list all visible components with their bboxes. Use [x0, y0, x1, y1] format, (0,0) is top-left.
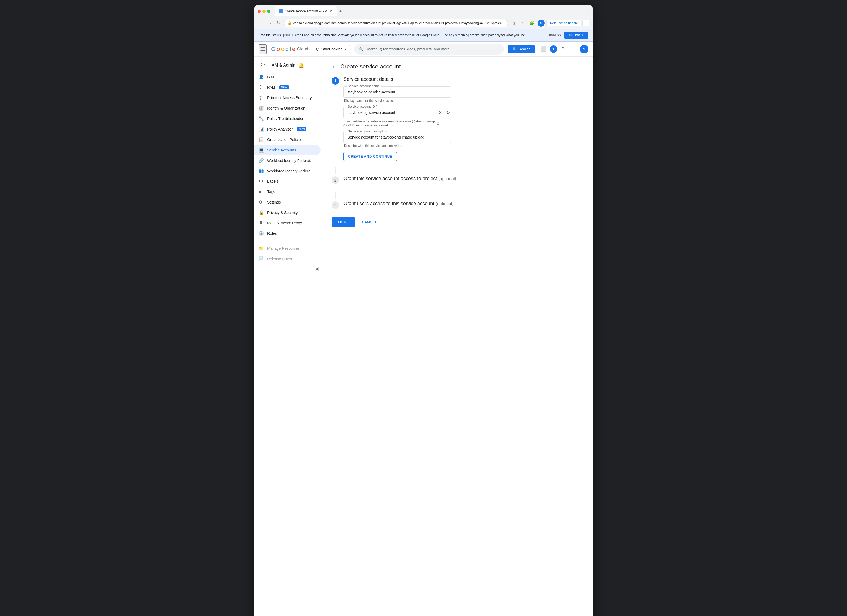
relaunch-more-button[interactable]: ⋮ [583, 20, 589, 26]
step-2-section: 2 Grant this service account access to p… [332, 176, 525, 186]
form-card: 1 Service account details Service accoun… [332, 77, 525, 227]
banner-text: Free trial status: $300.00 credit and 78… [258, 33, 544, 37]
profile-icon[interactable]: S [537, 19, 545, 27]
sidebar-item-tags[interactable]: ▶ Tags [254, 186, 321, 197]
labels-icon: 🏷 [258, 179, 264, 184]
sidebar-item-label: IAM [267, 75, 274, 79]
sidebar-item-settings[interactable]: ⚙ Settings [254, 197, 321, 207]
nav-actions: ⎘ ☆ 🧩 S Relaunch to update ⋮ [510, 19, 589, 27]
sidebar-item-principal-access-boundary[interactable]: ◎ Principal Access Boundary [254, 92, 321, 103]
sidebar-item-workforce-identity[interactable]: 👥 Workforce Identity Federa... [254, 166, 321, 176]
step-2-indicator: 2 [332, 177, 339, 184]
tab-close-button[interactable]: ✕ [329, 9, 332, 13]
security-lock-icon: 🔒 [288, 21, 292, 25]
top-nav-icons: ⬜ 1 ? ⋮ S [539, 44, 589, 54]
minimize-window-button[interactable] [263, 10, 266, 13]
user-avatar[interactable]: S [580, 45, 589, 53]
step-2-content: Grant this service account access to pro… [344, 176, 525, 186]
sidebar-item-policy-analyzer[interactable]: 📊 Policy Analyzer NEW [254, 124, 321, 134]
sidebar-item-label: Manage Resources [267, 246, 300, 251]
search-button[interactable]: 🔍 Search [508, 45, 535, 53]
sidebar-item-identity-aware-proxy[interactable]: 🖥 Identity-Aware Proxy [254, 218, 321, 228]
sidebar-item-release-notes[interactable]: 📄 Release Notes [254, 253, 321, 264]
cast-icon[interactable]: ⎘ [510, 19, 518, 27]
desc-hint: Describe what this service account will … [344, 144, 525, 148]
search-btn-label: Search [519, 47, 530, 51]
menu-button[interactable]: ☰ [258, 44, 267, 54]
help-icon[interactable]: ? [558, 44, 568, 54]
divider-line-2 [335, 192, 336, 199]
step-3-title: Grant users access to this service accou… [344, 201, 525, 206]
reload-button[interactable]: ↻ [275, 19, 282, 27]
step-2-title: Grant this service account access to pro… [344, 176, 525, 181]
refresh-id-button[interactable]: ↻ [445, 109, 451, 116]
service-account-description-input[interactable] [344, 131, 451, 143]
id-field-with-actions: ✕ ↻ [344, 107, 451, 118]
sidebar-item-roles[interactable]: 👔 Roles [254, 228, 321, 239]
sidebar-item-label: Labels [267, 179, 278, 183]
project-icon: ⬡ [316, 47, 319, 51]
forward-button[interactable]: → [266, 19, 273, 27]
step-3-content: Grant users access to this service accou… [344, 201, 525, 211]
nav-bar: ← → ↻ 🔒 console.cloud.google.com/iam-adm… [254, 17, 593, 29]
back-navigation-button[interactable]: ← [332, 63, 337, 70]
search-bar[interactable]: 🔍 Search (/) for resources, docs, produc… [354, 44, 503, 55]
sidebar-item-label: Identity & Organization [267, 106, 305, 111]
sidebar-item-identity-organization[interactable]: 🏢 Identity & Organization [254, 103, 321, 113]
dismiss-button[interactable]: DISMISS [544, 32, 564, 39]
sidebar-item-manage-resources[interactable]: 📁 Manage Resources [254, 243, 321, 253]
step-2-optional: (optional) [438, 177, 456, 181]
sidebar-divider [258, 240, 319, 241]
cancel-button[interactable]: CANCEL [360, 217, 379, 227]
content-area: ← Create service account 1 Service accou… [323, 57, 593, 616]
sidebar-item-service-accounts[interactable]: 💻 Service Accounts [254, 145, 321, 155]
iam-icon: 👤 [258, 74, 264, 80]
sidebar-bell-icon[interactable]: 🔔 [298, 62, 304, 68]
address-bar[interactable]: 🔒 console.cloud.google.com/iam-admin/ser… [284, 19, 508, 27]
identity-org-icon: 🏢 [258, 106, 264, 111]
step-1-content: Service account details Service account … [344, 77, 525, 161]
app-container: Free trial status: $300.00 credit and 78… [254, 29, 593, 616]
close-window-button[interactable] [258, 10, 261, 13]
project-selector[interactable]: ⬡ StayBooking ▾ [313, 45, 350, 53]
sidebar-item-organization-policies[interactable]: 📋 Organization Policies [254, 134, 321, 145]
step-3-section: 3 Grant users access to this service acc… [332, 201, 525, 211]
sidebar-item-label: Policy Troubleshooter [267, 116, 304, 121]
active-tab[interactable]: I Create service account – IAM ✕ [275, 6, 337, 16]
back-button[interactable]: ← [258, 19, 264, 27]
iam-admin-icon: 🛡 [258, 61, 267, 69]
sidebar-item-policy-troubleshooter[interactable]: 🔧 Policy Troubleshooter [254, 113, 321, 124]
service-account-name-input[interactable] [344, 87, 451, 98]
sidebar-item-privacy-security[interactable]: 🔒 Privacy & Security [254, 207, 321, 218]
new-badge: NEW [279, 85, 289, 90]
sidebar-item-pam[interactable]: 🛡 PAM NEW [254, 82, 321, 92]
collapse-sidebar-button[interactable]: ◀ [315, 266, 319, 271]
relaunch-button[interactable]: Relaunch to update [546, 20, 581, 26]
settings-icon: ⚙ [258, 199, 264, 205]
sidebar-item-iam[interactable]: 👤 IAM [254, 72, 321, 82]
name-label: Service account name [347, 84, 381, 88]
maximize-window-button[interactable] [267, 10, 270, 13]
done-button[interactable]: DONE [332, 217, 355, 227]
new-badge-analyzer: NEW [297, 127, 306, 131]
extension-icon[interactable]: 🧩 [528, 19, 536, 27]
sidebar-item-label: Service Accounts [267, 148, 296, 152]
bookmark-icon[interactable]: ☆ [519, 19, 527, 27]
sidebar-item-label: Roles [267, 231, 277, 236]
code-editor-icon[interactable]: ⬜ [539, 44, 549, 54]
browser-window: I Create service account – IAM ✕ + ⌄ ← →… [254, 5, 593, 616]
create-and-continue-button[interactable]: CREATE AND CONTINUE [344, 152, 397, 161]
notification-badge[interactable]: 1 [550, 46, 557, 53]
sidebar: 🛡 IAM & Admin 🔔 👤 IAM 🛡 PAM NEW [254, 57, 323, 616]
clear-id-button[interactable]: ✕ [437, 109, 443, 116]
search-placeholder: Search (/) for resources, docs, products… [366, 47, 450, 51]
more-options-icon[interactable]: ⋮ [569, 44, 579, 54]
copy-email-button[interactable]: ⧉ [437, 121, 439, 126]
activate-button[interactable]: ACTIVATE [564, 32, 589, 39]
sidebar-item-workload-identity[interactable]: 🔗 Workload Identity Federat... [254, 155, 321, 166]
new-tab-button[interactable]: + [337, 9, 344, 14]
sidebar-item-labels[interactable]: 🏷 Labels [254, 176, 321, 186]
desc-label: Service account description [347, 130, 388, 133]
privacy-security-icon: 🔒 [258, 210, 264, 215]
service-account-id-input[interactable] [344, 107, 435, 118]
